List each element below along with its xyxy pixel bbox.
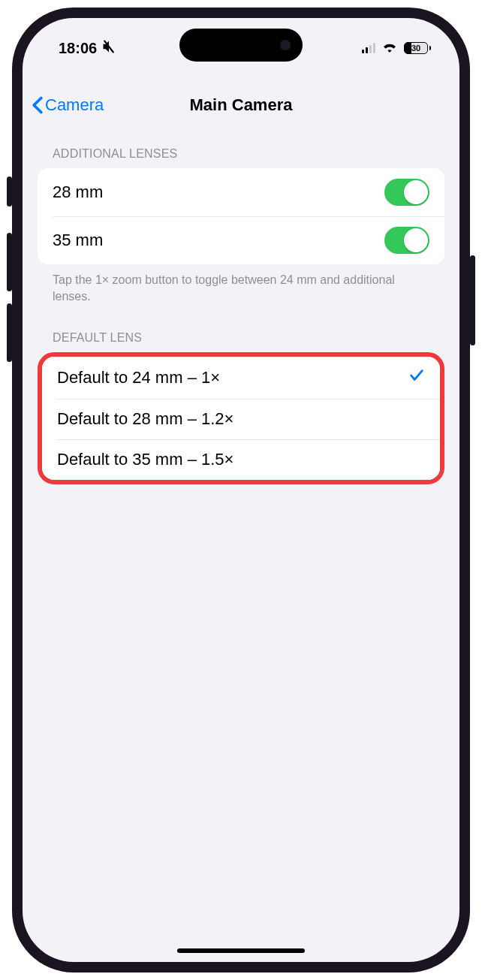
screen: 18:06 30 <box>23 18 459 962</box>
toggle-28mm[interactable] <box>384 179 429 206</box>
volume-down-button <box>7 303 12 362</box>
lens-row-35mm[interactable]: 35 mm <box>38 216 444 264</box>
default-lens-label: Default to 28 mm – 1.2× <box>57 409 233 429</box>
status-right: 30 <box>362 41 431 56</box>
silent-switch <box>7 176 12 207</box>
back-button[interactable]: Camera <box>32 95 104 115</box>
dynamic-island <box>179 29 303 62</box>
default-lens-label: Default to 24 mm – 1× <box>57 368 220 387</box>
lens-row-28mm[interactable]: 28 mm <box>38 168 444 216</box>
lens-label: 28 mm <box>53 182 103 202</box>
power-button <box>470 255 475 345</box>
page-title: Main Camera <box>190 95 293 115</box>
default-lens-row-24mm[interactable]: Default to 24 mm – 1× <box>42 357 440 399</box>
section-footer-additional-lenses: Tap the 1× zoom button to toggle between… <box>38 264 444 306</box>
silent-icon <box>101 39 116 58</box>
section-header-default-lens: Default Lens <box>38 325 444 352</box>
default-lens-row-28mm[interactable]: Default to 28 mm – 1.2× <box>42 399 440 439</box>
content: Additional Lenses 28 mm 35 mm Tap the 1×… <box>23 141 459 962</box>
home-indicator[interactable] <box>177 948 305 953</box>
default-lens-label: Default to 35 mm – 1.5× <box>57 450 233 469</box>
highlight-annotation: Default to 24 mm – 1× Default to 28 mm –… <box>38 352 444 484</box>
cellular-icon <box>362 43 375 53</box>
volume-up-button <box>7 233 12 291</box>
toggle-35mm[interactable] <box>384 227 429 254</box>
battery-icon: 30 <box>404 42 431 54</box>
back-label: Camera <box>45 95 104 115</box>
group-additional-lenses: 28 mm 35 mm <box>38 168 444 264</box>
navigation-bar: Camera Main Camera <box>23 86 459 125</box>
default-lens-row-35mm[interactable]: Default to 35 mm – 1.5× <box>42 439 440 480</box>
status-time: 18:06 <box>59 40 97 57</box>
battery-percent: 30 <box>405 43 427 53</box>
phone-frame: 18:06 30 <box>12 8 470 972</box>
status-left: 18:06 <box>59 39 116 58</box>
lens-label: 35 mm <box>53 231 103 250</box>
checkmark-icon <box>408 367 425 388</box>
wifi-icon <box>381 41 398 56</box>
group-default-lens: Default to 24 mm – 1× Default to 28 mm –… <box>42 357 440 480</box>
section-header-additional-lenses: Additional Lenses <box>38 141 444 168</box>
